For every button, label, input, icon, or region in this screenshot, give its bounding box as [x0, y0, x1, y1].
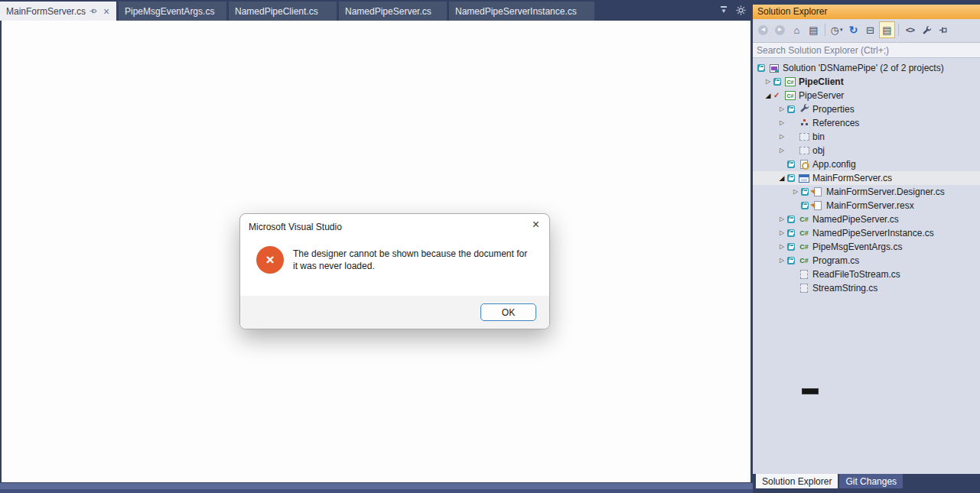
toolbar-separator — [898, 24, 899, 36]
indent-spacer — [753, 219, 777, 220]
tree-item-icon-slot: C# — [783, 91, 797, 100]
tab-namedpipeserverinstance-cs[interactable]: NamedPipeServerInstance.cs — [449, 2, 594, 21]
config-icon — [800, 160, 808, 169]
tab-mainformserver-cs[interactable]: MainFormServer.cs× — [0, 2, 116, 21]
error-icon: × — [256, 246, 284, 274]
tab-pipemsgeventargs-cs[interactable]: PipeMsgEventArgs.cs — [119, 2, 226, 21]
tree-item-namedpipeserverinstance-cs[interactable]: ▷C#NamedPipeServerInstance.cs — [753, 226, 980, 240]
tab-namedpipeclient-cs[interactable]: NamedPipeClient.cs — [229, 2, 337, 21]
tree-item-mainformserver-designer-cs[interactable]: ▷MainFormServer.Designer.cs — [753, 185, 980, 199]
csfile-icon: C# — [799, 258, 809, 264]
lock-badge-icon — [787, 257, 797, 264]
panel-tab-solution-explorer[interactable]: Solution Explorer — [756, 474, 838, 488]
folder-dashed-icon — [799, 133, 809, 141]
solution-tree: Solution 'DSNamePipe' (2 of 2 projects)▷… — [753, 61, 980, 295]
tree-item-references[interactable]: ▷References — [753, 116, 980, 130]
indent-spacer — [753, 96, 763, 96]
lock-glyph — [787, 257, 795, 264]
collapsed-expander-icon[interactable]: ▷ — [777, 258, 787, 264]
tree-item-label: PipeMsgEventArgs.cs — [811, 242, 902, 252]
collapsed-expander-icon[interactable]: ▷ — [777, 148, 787, 154]
tree-item-app-config[interactable]: App.config — [753, 157, 980, 171]
tree-item-label: MainFormServer.cs — [811, 173, 892, 183]
back-icon[interactable]: ◄ — [755, 21, 771, 38]
tab-namedpipeserver-cs[interactable]: NamedPipeServer.cs — [339, 2, 447, 21]
tab-label: NamedPipeClient.cs — [235, 6, 318, 17]
tree-item-program-cs[interactable]: ▷C#Program.cs — [753, 254, 980, 268]
tree-item-icon-slot — [797, 147, 811, 154]
collapsed-expander-icon[interactable]: ▷ — [777, 106, 787, 112]
tab-label: MainFormServer.cs — [6, 6, 86, 17]
refresh-icon[interactable]: ↻ — [845, 21, 861, 38]
tree-item-pipeclient[interactable]: ▷C#PipeClient — [753, 75, 980, 89]
panel-tab-git-changes[interactable]: Git Changes — [839, 474, 903, 488]
tree-item-pipemsgeventargs-cs[interactable]: ▷C#PipeMsgEventArgs.cs — [753, 240, 980, 254]
collapsed-expander-icon[interactable]: ▷ — [777, 244, 787, 250]
collapsed-expander-icon[interactable]: ▷ — [777, 134, 787, 140]
tree-item-pipeserver[interactable]: ◢✓C#PipeServer — [753, 89, 980, 102]
solution-explorer-toolbar: ◄►⌂▤◷▾↻⊟▤<> — [753, 19, 980, 41]
tabstrip-right-icons: ▼ — [721, 5, 746, 15]
tree-item-icon-slot: C# — [783, 77, 797, 86]
collapse-all-icon[interactable]: ⊟ — [862, 21, 878, 38]
tree-item-streamstring-cs[interactable]: StreamString.cs — [753, 281, 980, 295]
tree-item-properties[interactable]: ▷Properties — [753, 102, 980, 116]
collapsed-expander-icon[interactable]: ▷ — [763, 79, 773, 85]
collapsed-expander-icon[interactable]: ▷ — [777, 230, 787, 236]
ok-button[interactable]: OK — [480, 303, 536, 321]
tree-item-readfiletostream-cs[interactable]: ReadFileToStream.cs — [753, 268, 980, 281]
view-code-icon[interactable]: <> — [902, 21, 918, 38]
lock-badge-icon — [801, 188, 811, 196]
panel-body: ◄►⌂▤◷▾↻⊟▤<> Solution 'DSNamePipe' (2 of … — [753, 19, 980, 474]
tree-item-solution-dsnamepipe-2-of-2-projects[interactable]: Solution 'DSNamePipe' (2 of 2 projects) — [753, 61, 980, 75]
tree-item-icon-slot — [797, 174, 811, 183]
lock-badge-icon — [801, 202, 811, 209]
error-dialog: Microsoft Visual Studio × × The designer… — [239, 213, 550, 329]
search-input[interactable] — [753, 42, 980, 58]
indent-spacer — [753, 82, 763, 83]
collapsed-expander-icon[interactable]: ▷ — [777, 216, 787, 222]
forward-icon[interactable]: ► — [772, 21, 788, 38]
collapsed-expander-icon[interactable]: ▷ — [790, 189, 801, 195]
close-tab-icon[interactable]: × — [103, 6, 109, 17]
tree-item-icon-slot: C# — [797, 258, 811, 264]
properties-wrench-icon[interactable] — [919, 21, 935, 38]
preview-selected-items-icon[interactable] — [936, 21, 952, 38]
pin-tab-icon[interactable] — [90, 7, 98, 15]
tree-item-bin[interactable]: ▷bin — [753, 130, 980, 144]
lock-badge-icon — [787, 216, 797, 223]
tree-item-label: NamedPipeServer.cs — [811, 214, 899, 225]
lock-glyph — [787, 229, 795, 237]
active-files-dropdown-icon[interactable]: ▼ — [721, 6, 727, 15]
expanded-expander-icon[interactable]: ◢ — [763, 92, 773, 99]
pending-changes-filter-icon[interactable]: ◷▾ — [829, 21, 845, 38]
lock-badge-icon — [757, 64, 767, 72]
tree-item-label: MainFormServer.Designer.cs — [825, 186, 945, 197]
tree-item-icon-slot — [797, 119, 811, 127]
expanded-expander-icon[interactable]: ◢ — [777, 175, 787, 182]
lock-glyph — [787, 105, 795, 113]
lock-glyph — [787, 243, 795, 251]
collapsed-expander-icon[interactable]: ▷ — [777, 120, 787, 126]
winform-icon — [799, 174, 809, 183]
tree-item-label: Solution 'DSNamePipe' (2 of 2 projects) — [781, 63, 944, 73]
tree-item-obj[interactable]: ▷obj — [753, 144, 980, 157]
lock-badge-icon — [787, 161, 797, 168]
tree-item-icon-slot: C# — [797, 216, 811, 223]
tree-item-icon-slot — [797, 103, 811, 115]
editor-options-gear-icon[interactable] — [736, 5, 746, 15]
close-icon[interactable]: × — [532, 219, 539, 231]
show-all-files-icon[interactable]: ▤ — [879, 21, 895, 38]
wrench-icon — [799, 103, 809, 115]
panel-title-bar[interactable]: Solution Explorer — [753, 5, 980, 19]
doc-arrow-icon — [814, 201, 822, 210]
tree-item-mainformserver-cs[interactable]: ◢MainFormServer.cs — [753, 171, 980, 185]
tree-item-namedpipeserver-cs[interactable]: ▷C#NamedPipeServer.cs — [753, 212, 980, 226]
switch-views-icon[interactable]: ▤ — [806, 21, 822, 38]
csproject-icon: C# — [785, 91, 796, 100]
solution-explorer-panel: Solution Explorer ◄►⌂▤◷▾↻⊟▤<> Solution '… — [753, 0, 980, 493]
csfile-icon: C# — [799, 216, 809, 223]
home-icon[interactable]: ⌂ — [789, 21, 805, 38]
tree-item-mainformserver-resx[interactable]: MainFormServer.resx — [753, 199, 980, 212]
panel-title: Solution Explorer — [757, 6, 827, 17]
